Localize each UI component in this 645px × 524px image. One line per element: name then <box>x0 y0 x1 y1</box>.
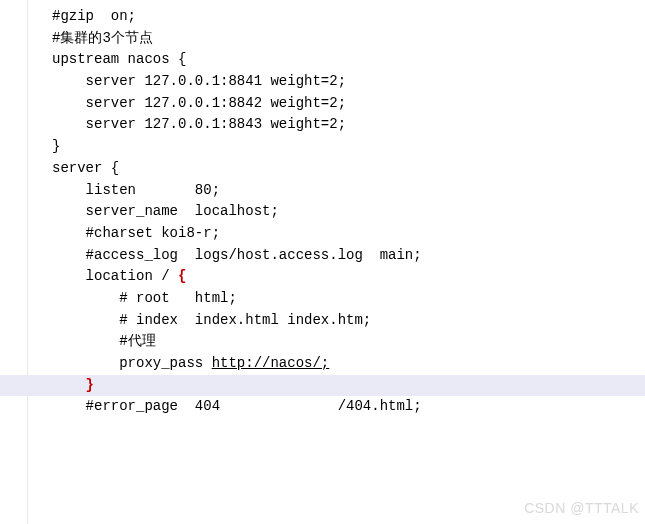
code-line: server 127.0.0.1:8842 weight=2; <box>0 93 645 115</box>
code-text: proxy_pass <box>52 355 212 371</box>
code-line: server { <box>0 158 645 180</box>
code-text <box>52 377 86 393</box>
code-line: #error_page 404 /404.html; <box>0 396 645 418</box>
code-text: location / <box>52 268 178 284</box>
brace-close: } <box>86 377 94 393</box>
code-line: upstream nacos { <box>0 49 645 71</box>
code-line: #access_log logs/host.access.log main; <box>0 245 645 267</box>
code-line: #charset koi8-r; <box>0 223 645 245</box>
brace-open: { <box>178 268 186 284</box>
code-line: #代理 <box>0 331 645 353</box>
code-line: listen 80; <box>0 180 645 202</box>
watermark: CSDN @TTTALK <box>524 498 639 520</box>
code-line: proxy_pass http://nacos/; <box>0 353 645 375</box>
code-line: server 127.0.0.1:8841 weight=2; <box>0 71 645 93</box>
code-line: # root html; <box>0 288 645 310</box>
code-line: server 127.0.0.1:8843 weight=2; <box>0 114 645 136</box>
code-line: location / { <box>0 266 645 288</box>
code-line: } <box>0 136 645 158</box>
code-block: #gzip on; #集群的3个节点 upstream nacos { serv… <box>0 0 645 418</box>
code-line: #gzip on; <box>0 6 645 28</box>
code-line-highlight: } <box>0 375 645 397</box>
code-line: server_name localhost; <box>0 201 645 223</box>
url-link: http://nacos/; <box>212 355 330 371</box>
code-line: #集群的3个节点 <box>0 28 645 50</box>
code-line: # index index.html index.htm; <box>0 310 645 332</box>
line-gutter <box>0 0 28 524</box>
